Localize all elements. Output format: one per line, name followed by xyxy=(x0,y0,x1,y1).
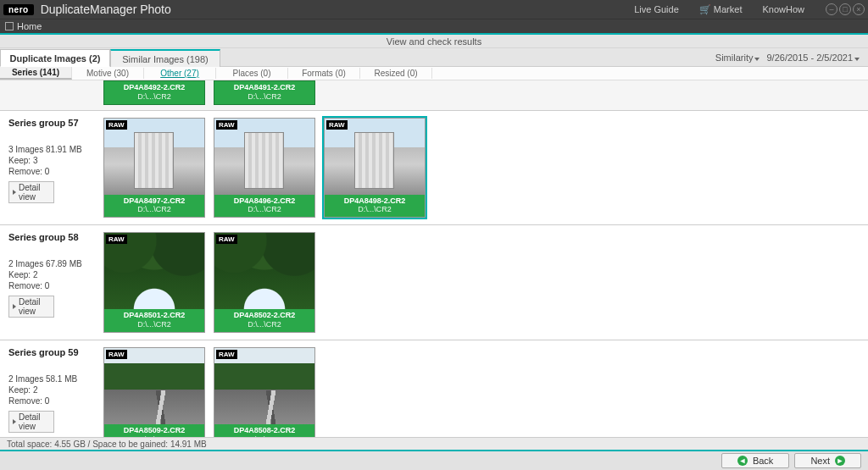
series-group: Series group 582 Images 67.89 MBKeep: 2R… xyxy=(0,225,868,340)
tab-similar-images[interactable]: Similar Images (198) xyxy=(110,49,220,67)
group-summary: 3 Images 81.91 MB xyxy=(8,145,97,154)
knowhow-link[interactable]: KnowHow xyxy=(755,4,814,14)
group-remove: Remove: 0 xyxy=(8,167,97,176)
thumbnail-filename: DP4A8491-2.CR2 xyxy=(214,83,314,92)
subtab-places[interactable]: Places (0) xyxy=(216,68,288,79)
thumbnail-path: D:\...\CR2 xyxy=(214,205,314,214)
thumbnail[interactable]: RAWDP4A8509-2.CR2D:\...\CR2 xyxy=(103,347,205,437)
nav-row: ◄ Back Next ► xyxy=(0,450,868,470)
next-button[interactable]: Next ► xyxy=(794,453,861,468)
thumbnail-footer: DP4A8509-2.CR2D:\...\CR2 xyxy=(104,424,204,437)
thumbnail-image: RAW xyxy=(104,348,204,424)
thumbnail-filename: DP4A8492-2.CR2 xyxy=(104,83,204,92)
close-button[interactable]: × xyxy=(853,3,865,15)
thumbnail-footer: DP4A8498-2.CR2D:\...\CR2 xyxy=(325,195,425,218)
thumbnail-image: RAW xyxy=(214,233,314,309)
triangle-right-icon xyxy=(13,190,16,195)
thumbnail-image: RAW xyxy=(104,119,204,195)
home-menu[interactable]: Home xyxy=(17,21,42,31)
raw-badge: RAW xyxy=(106,350,127,359)
thumbnail-path: D:\...\CR2 xyxy=(214,92,314,102)
main-tab-row: Duplicate Images (2) Similar Images (198… xyxy=(0,48,868,67)
group-keep: Keep: 2 xyxy=(8,270,97,279)
chevron-down-icon xyxy=(754,58,760,61)
group-title: Series group 58 xyxy=(8,232,97,242)
thumbnail[interactable]: RAWDP4A8498-2.CR2D:\...\CR2 xyxy=(324,118,426,218)
home-icon xyxy=(5,22,14,30)
series-group: Series group 573 Images 81.91 MBKeep: 3R… xyxy=(0,111,868,226)
market-link[interactable]: 🛒 Market xyxy=(693,4,749,15)
thumbnail-image: RAW xyxy=(104,233,204,309)
market-label: Market xyxy=(714,4,743,14)
triangle-right-icon xyxy=(13,419,16,424)
thumbnail-image: RAW xyxy=(214,348,314,424)
group-meta: Series group 573 Images 81.91 MBKeep: 3R… xyxy=(8,118,97,218)
series-group: Series group 592 Images 58.1 MBKeep: 2Re… xyxy=(0,340,868,437)
thumbnail-filename: DP4A8508-2.CR2 xyxy=(214,426,314,435)
live-guide-link[interactable]: Live Guide xyxy=(627,4,686,14)
thumbnail-footer[interactable]: DP4A8491-2.CR2D:\...\CR2 xyxy=(214,80,315,105)
group-keep: Keep: 2 xyxy=(8,385,97,395)
thumbnail[interactable]: RAWDP4A8496-2.CR2D:\...\CR2 xyxy=(214,118,315,218)
thumbnail-image: RAW xyxy=(325,119,425,195)
thumbnail-path: D:\...\CR2 xyxy=(104,92,204,102)
thumbnail-path: D:\...\CR2 xyxy=(325,205,425,214)
menu-bar: Home xyxy=(0,19,868,35)
thumbnail-footer: DP4A8502-2.CR2D:\...\CR2 xyxy=(214,309,314,332)
thumbnail[interactable]: RAWDP4A8508-2.CR2D:\...\CR2 xyxy=(214,347,315,437)
status-bar: Total space: 4.55 GB / Space to be gaine… xyxy=(0,437,868,450)
group-keep: Keep: 3 xyxy=(8,156,97,165)
group-meta: Series group 592 Images 58.1 MBKeep: 2Re… xyxy=(8,347,97,437)
subtab-resized[interactable]: Resized (0) xyxy=(360,68,432,79)
thumbnail-footer: DP4A8501-2.CR2D:\...\CR2 xyxy=(104,309,204,332)
brand-badge: nero xyxy=(3,4,34,15)
arrow-right-icon: ► xyxy=(835,456,845,466)
subtab-formats[interactable]: Formats (0) xyxy=(288,68,360,79)
thumbnail[interactable]: RAWDP4A8497-2.CR2D:\...\CR2 xyxy=(103,118,205,218)
group-title: Series group 57 xyxy=(8,118,97,128)
thumbnail-footer: DP4A8497-2.CR2D:\...\CR2 xyxy=(104,195,204,218)
back-button[interactable]: ◄ Back xyxy=(721,453,789,468)
tab-duplicate-images[interactable]: Duplicate Images (2) xyxy=(0,49,110,67)
group-summary: 2 Images 67.89 MB xyxy=(8,259,97,268)
raw-badge: RAW xyxy=(326,120,348,130)
similarity-dropdown[interactable]: Similarity xyxy=(715,53,760,63)
thumbnail-filename: DP4A8509-2.CR2 xyxy=(104,426,204,435)
thumbnail[interactable]: RAWDP4A8501-2.CR2D:\...\CR2 xyxy=(103,232,205,333)
sub-tab-row: Series (141) Motive (30) Other (27) Plac… xyxy=(0,67,868,80)
title-bar: nero DuplicateManager Photo Live Guide 🛒… xyxy=(0,0,868,19)
maximize-button[interactable]: □ xyxy=(839,3,851,15)
subtab-other[interactable]: Other (27) xyxy=(144,68,216,79)
thumbnail-filename: DP4A8497-2.CR2 xyxy=(104,196,204,206)
arrow-left-icon: ◄ xyxy=(737,456,748,466)
triangle-right-icon xyxy=(13,304,16,309)
thumbnail-filename: DP4A8501-2.CR2 xyxy=(104,311,204,320)
thumbnail-row: RAWDP4A8497-2.CR2D:\...\CR2RAWDP4A8496-2… xyxy=(103,118,426,218)
thumbnail-path: D:\...\CR2 xyxy=(214,435,314,437)
raw-badge: RAW xyxy=(216,120,237,130)
thumbnail-path: D:\...\CR2 xyxy=(214,320,314,329)
thumbnail-footer[interactable]: DP4A8492-2.CR2D:\...\CR2 xyxy=(103,80,205,105)
minimize-button[interactable]: – xyxy=(826,3,837,15)
raw-badge: RAW xyxy=(216,235,237,244)
date-range-picker[interactable]: 9/26/2015 - 2/5/2021 xyxy=(766,53,860,63)
content-scroll[interactable]: DP4A8492-2.CR2D:\...\CR2DP4A8491-2.CR2D:… xyxy=(0,80,868,437)
thumbnail-path: D:\...\CR2 xyxy=(104,320,204,329)
group-meta: Series group 582 Images 67.89 MBKeep: 2R… xyxy=(8,232,97,333)
thumbnail[interactable]: RAWDP4A8502-2.CR2D:\...\CR2 xyxy=(214,232,315,333)
raw-badge: RAW xyxy=(216,350,237,359)
thumbnail-filename: DP4A8496-2.CR2 xyxy=(214,196,314,206)
results-header: View and check results xyxy=(0,35,868,48)
group-title: Series group 59 xyxy=(8,347,97,357)
detail-view-button[interactable]: Detail view xyxy=(8,181,54,203)
detail-view-button[interactable]: Detail view xyxy=(8,411,54,433)
group-remove: Remove: 0 xyxy=(8,281,97,290)
subtab-motive[interactable]: Motive (30) xyxy=(72,68,144,79)
app-name: DuplicateManager Photo xyxy=(41,3,171,16)
thumbnail-filename: DP4A8502-2.CR2 xyxy=(214,311,314,320)
subtab-series[interactable]: Series (141) xyxy=(0,67,72,80)
thumbnail-filename: DP4A8498-2.CR2 xyxy=(325,196,425,206)
detail-view-button[interactable]: Detail view xyxy=(8,296,54,318)
thumbnail-path: D:\...\CR2 xyxy=(104,435,204,437)
group-remove: Remove: 0 xyxy=(8,396,97,406)
